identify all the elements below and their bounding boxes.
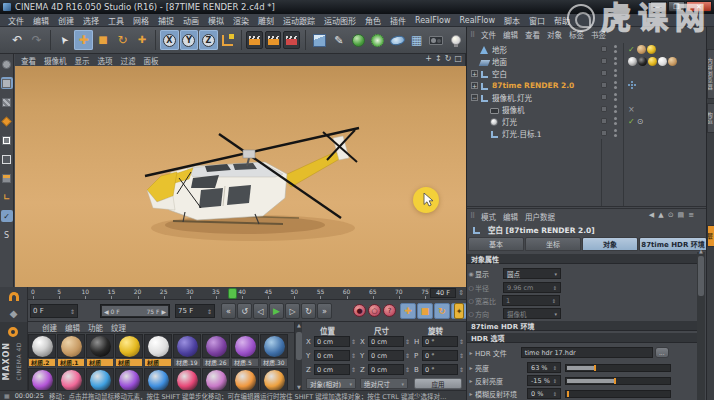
lock-z-axis-button[interactable]: Z bbox=[199, 30, 217, 50]
layers-icon[interactable]: ▤ bbox=[678, 211, 685, 219]
material-tag-icon[interactable] bbox=[668, 57, 677, 66]
close-button[interactable]: ✕ bbox=[686, 1, 712, 12]
add-camera-button[interactable] bbox=[427, 30, 445, 50]
coord-mode-dropdown[interactable]: 绝对尺寸▾ bbox=[360, 378, 408, 389]
workplane-mode-button[interactable] bbox=[1, 115, 13, 127]
preview-range-slider[interactable]: ◀ 0 F 75 F ▶ bbox=[100, 304, 170, 318]
material-tag-icon[interactable] bbox=[658, 57, 667, 66]
key-position-button[interactable]: ✚ bbox=[400, 303, 416, 319]
materials-menu-1[interactable]: 编辑 bbox=[65, 322, 80, 333]
om-menu-2[interactable]: 查看 bbox=[525, 29, 540, 40]
visibility-dots[interactable] bbox=[614, 105, 617, 113]
coordinate-system-button[interactable] bbox=[219, 30, 237, 50]
menu-6[interactable]: 捕捉 bbox=[158, 15, 174, 26]
visibility-dots[interactable] bbox=[614, 93, 617, 101]
zoom-view-icon[interactable]: ↕ bbox=[435, 54, 442, 63]
spinner-icon[interactable]: ⇕ bbox=[405, 352, 410, 359]
snap-magnet-button[interactable] bbox=[2, 288, 26, 304]
layer-toggle[interactable] bbox=[601, 58, 607, 64]
pan-view-icon[interactable]: + bbox=[425, 54, 432, 63]
model-mode-button[interactable] bbox=[1, 77, 13, 89]
layer-toggle[interactable] bbox=[601, 46, 607, 52]
attr-menu-1[interactable]: 编辑 bbox=[503, 211, 518, 222]
record-keyframe-button[interactable]: ● bbox=[353, 304, 366, 317]
menu-7[interactable]: 动画 bbox=[183, 15, 199, 26]
expand-toggle[interactable]: + bbox=[471, 70, 478, 77]
hdr-file-field[interactable]: time hdr 17.hdr bbox=[521, 347, 653, 358]
spinner-icon[interactable]: ⇕ bbox=[459, 338, 464, 345]
om-menu-0[interactable]: 文件 bbox=[481, 29, 496, 40]
frame-spinner[interactable]: ⇕ bbox=[458, 289, 464, 297]
旋转-H-field[interactable]: 0 ° bbox=[422, 336, 458, 347]
menu-16[interactable]: RealFlow bbox=[460, 16, 496, 25]
lock-x-axis-button[interactable]: X bbox=[160, 30, 178, 50]
material-item[interactable]: 材质.2 bbox=[28, 334, 57, 367]
material-item[interactable] bbox=[115, 368, 144, 390]
visibility-dots[interactable] bbox=[614, 81, 617, 89]
next-frame-button[interactable]: ▷ bbox=[285, 303, 300, 319]
visibility-dots[interactable] bbox=[614, 117, 617, 125]
add-primitive-button[interactable] bbox=[310, 30, 328, 50]
tree-row-3[interactable]: +87time RENDER 2.0 bbox=[467, 79, 706, 91]
material-item[interactable]: 材质.30 bbox=[260, 334, 289, 367]
viewport-menu-2[interactable]: 显示 bbox=[75, 55, 90, 66]
apply-button[interactable]: 应用 bbox=[414, 378, 462, 389]
visibility-dots[interactable] bbox=[614, 57, 617, 65]
viewport-menu-1[interactable]: 摄像机 bbox=[44, 55, 67, 66]
add-environment-button[interactable]: ▦ bbox=[408, 30, 426, 50]
polygons-mode-button[interactable] bbox=[1, 172, 13, 184]
位置-Z-field[interactable]: 0 cm bbox=[314, 364, 350, 375]
layer-toggle[interactable] bbox=[601, 130, 607, 136]
expander-icon[interactable]: ▸ bbox=[467, 390, 475, 397]
side-tab-1[interactable]: 构造 bbox=[707, 103, 714, 133]
slider-track[interactable] bbox=[565, 364, 671, 372]
位置-X-field[interactable]: 0 cm bbox=[314, 336, 350, 347]
material-item[interactable] bbox=[144, 368, 173, 390]
material-item[interactable] bbox=[260, 368, 289, 390]
尺寸-Y-field[interactable]: 0 cm bbox=[368, 350, 404, 361]
layer-toggle[interactable] bbox=[601, 94, 607, 100]
spinner-icon[interactable]: ⇕ bbox=[405, 366, 410, 373]
edges-mode-button[interactable] bbox=[1, 153, 13, 165]
menu-4[interactable]: 工具 bbox=[108, 15, 124, 26]
menu-5[interactable]: 网格 bbox=[133, 15, 149, 26]
render-settings-button[interactable] bbox=[283, 31, 300, 49]
layer-toggle[interactable] bbox=[601, 70, 607, 76]
slider-handle[interactable] bbox=[567, 391, 569, 397]
viewport-menu-3[interactable]: 选项 bbox=[98, 55, 113, 66]
menu-17[interactable]: 脚本 bbox=[504, 15, 520, 26]
key-scale-button[interactable]: ■ bbox=[417, 303, 433, 319]
viewport-menu-0[interactable]: 查看 bbox=[21, 55, 36, 66]
material-item[interactable] bbox=[173, 368, 202, 390]
add-field-button[interactable] bbox=[388, 30, 406, 50]
redo-button[interactable]: ↷ bbox=[27, 30, 45, 50]
end-frame-field[interactable]: 75 F⇕ bbox=[175, 304, 215, 318]
add-light-button[interactable] bbox=[446, 30, 464, 50]
timeline-playhead[interactable] bbox=[228, 288, 237, 299]
visibility-dots[interactable] bbox=[614, 69, 617, 77]
menu-icon[interactable]: ≡ bbox=[688, 211, 694, 219]
undo-button[interactable]: ↶ bbox=[8, 30, 26, 50]
viewport-canvas[interactable] bbox=[15, 66, 466, 287]
add-deformer-button[interactable] bbox=[369, 30, 387, 50]
menu-12[interactable]: 运动图形 bbox=[324, 15, 356, 26]
material-tag-icon[interactable] bbox=[637, 45, 646, 54]
keyframe-key-icon[interactable]: ✦ bbox=[454, 303, 464, 319]
menu-9[interactable]: 渲染 bbox=[233, 15, 249, 26]
enabled-check-icon[interactable]: ✓ bbox=[628, 45, 635, 54]
scrollbar-thumb[interactable] bbox=[698, 256, 704, 296]
go-to-start-button[interactable]: « bbox=[221, 303, 236, 319]
spinner-icon[interactable]: ⇕ bbox=[351, 338, 356, 345]
expand-toggle[interactable]: + bbox=[471, 82, 478, 89]
render-view-button[interactable] bbox=[246, 31, 263, 49]
materials-menu-3[interactable]: 纹理 bbox=[111, 322, 126, 333]
menu-13[interactable]: 角色 bbox=[365, 15, 381, 26]
spinner-icon[interactable]: ⇕ bbox=[459, 352, 464, 359]
tab-对象[interactable]: 对象 bbox=[582, 237, 638, 251]
attribute-scrollbar[interactable]: ▲ bbox=[697, 252, 705, 400]
位置-Y-field[interactable]: 0 cm bbox=[314, 350, 350, 361]
viewport-menu-5[interactable]: 面板 bbox=[144, 55, 159, 66]
slider-track[interactable] bbox=[565, 390, 671, 398]
tree-row-4[interactable]: −摄像机.灯光 bbox=[467, 91, 706, 103]
orbit-view-icon[interactable]: ↻ bbox=[445, 54, 452, 63]
